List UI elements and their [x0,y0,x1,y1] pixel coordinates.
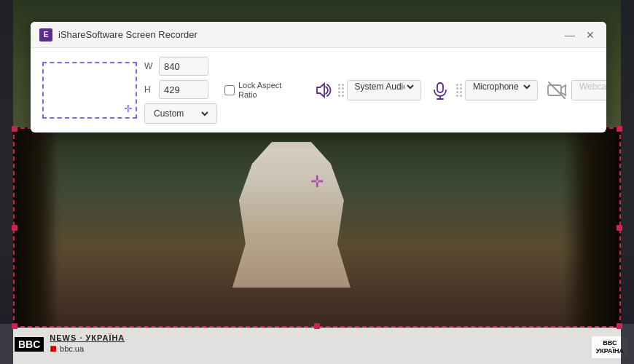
figure-area [13,127,621,328]
canvas-move-icon: ✛ [124,103,133,114]
title-bar: E iShareSoftware Screen Recorder — ✕ [31,22,606,48]
title-controls: — ✕ [563,28,598,42]
lock-aspect-section: Lock Aspect Ratio [224,81,290,100]
width-row: W [144,57,217,76]
system-audio-dropdown[interactable]: System Audio None Default [347,80,421,100]
microphone-icon-button[interactable] [427,74,453,106]
resolution-dropdown[interactable]: Custom 1920x1080 1280x720 1024x768 [144,103,217,124]
app-icon: E [39,28,52,41]
microphone-dropdown[interactable]: Microphone None Default [465,80,538,100]
canvas-preview: ✛ [42,62,137,119]
width-label: W [144,61,154,71]
overlay-right [621,0,634,364]
bbc-bullet: ■ [50,342,57,355]
webcam-dropdown[interactable]: Webcam None [571,80,606,100]
minimize-button[interactable]: — [563,28,577,42]
bbc-box: BBC [15,337,44,352]
microphone-drag [455,81,463,100]
move-cursor-icon: ✛ [310,173,324,191]
svg-rect-0 [437,83,443,92]
webcam-select[interactable]: Webcam None [576,81,606,92]
bbc-news-label: NEWS · УКРАЇНА [50,333,125,342]
dimensions: W H Custom 1920x1080 1280x720 1024x768 [144,57,217,124]
speaker-icon [313,80,333,100]
microphone-item: Microphone None Default [427,74,538,106]
system-audio-icon-button[interactable] [310,74,335,106]
lock-aspect-checkbox[interactable] [224,85,235,95]
canvas-section: ✛ W H Custom 1920x1080 1280x720 1024x768 [42,57,290,124]
svg-rect-3 [548,85,561,95]
system-audio-drag [337,81,345,100]
height-input[interactable] [159,80,208,99]
resolution-select[interactable]: Custom 1920x1080 1280x720 1024x768 [151,108,211,119]
webcam-item: Webcam None [544,74,606,106]
microphone-select[interactable]: Microphone None Default [470,81,533,92]
toolbar-window: E iShareSoftware Screen Recorder — ✕ ✛ W… [31,22,606,132]
system-audio-item: System Audio None Default [310,74,421,106]
webcam-icon [546,79,568,101]
lock-aspect-label: Lock Aspect Ratio [238,81,281,100]
webcam-icon-button[interactable] [544,74,570,106]
bbc-logo: BBC [15,337,44,352]
bbc-url: bbc.ua [60,344,84,353]
overlay-left [0,0,13,364]
app-title: iShareSoftware Screen Recorder [58,29,563,40]
microphone-icon [430,80,450,100]
width-input[interactable] [159,57,208,76]
bbc-text-area: NEWS · УКРАЇНА ■ bbc.ua [50,333,125,355]
close-button[interactable]: ✕ [583,28,598,42]
height-row: H [144,80,217,99]
height-label: H [144,84,154,95]
system-audio-select[interactable]: System Audio None Default [352,81,416,92]
device-section: System Audio None Default [310,74,606,106]
toolbar-content: ✛ W H Custom 1920x1080 1280x720 1024x768 [31,48,606,132]
bbc-bar: BBC NEWS · УКРАЇНА ■ bbc.ua ВВС УКРАЇНА [0,324,634,364]
